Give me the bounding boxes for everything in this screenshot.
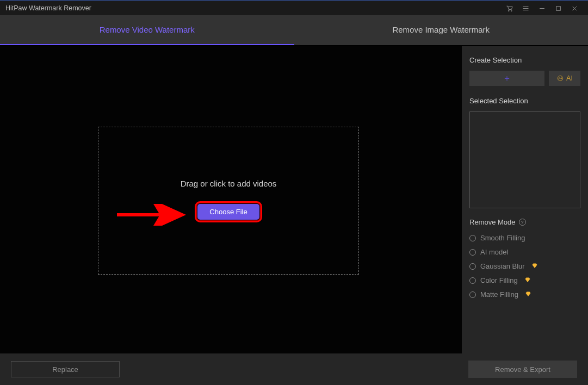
radio-icon	[469, 291, 476, 298]
choose-file-button[interactable]: Choose File	[197, 204, 259, 220]
svg-rect-6	[556, 6, 560, 10]
premium-icon	[524, 277, 531, 284]
mode-gaussian-label: Gaussian Blur	[480, 262, 525, 270]
mode-matte-label: Matte Filling	[480, 290, 518, 299]
mode-smooth[interactable]: Smooth Filling	[469, 234, 580, 242]
titlebar: HitPaw Watermark Remover	[0, 0, 588, 15]
close-icon[interactable]	[566, 1, 583, 16]
content-area: Drag or click to add videos Choose File	[0, 46, 462, 353]
dropzone[interactable]: Drag or click to add videos Choose File	[98, 127, 359, 275]
selection-preview	[469, 111, 580, 208]
dropzone-text: Drag or click to add videos	[181, 179, 277, 188]
add-selection-button[interactable]: ＋	[469, 71, 544, 86]
radio-icon	[469, 277, 476, 284]
tab-image[interactable]: Remove Image Watermark	[294, 15, 589, 45]
ai-selection-button[interactable]: AI	[549, 71, 580, 86]
radio-icon	[469, 235, 476, 241]
replace-button[interactable]: Replace	[11, 361, 120, 377]
mode-matte[interactable]: Matte Filling	[469, 290, 580, 299]
mode-color[interactable]: Color Filling	[469, 276, 580, 284]
svg-point-0	[508, 10, 509, 11]
premium-icon	[525, 291, 531, 299]
maximize-icon[interactable]	[550, 1, 566, 16]
main-area: Drag or click to add videos Choose File …	[0, 46, 588, 353]
export-button[interactable]: Remove & Export	[468, 361, 577, 378]
menu-icon[interactable]	[517, 1, 534, 16]
ai-label: AI	[566, 74, 573, 82]
bottombar: Replace Remove & Export	[0, 353, 588, 385]
selected-selection-label: Selected Selection	[469, 97, 580, 105]
mode-color-label: Color Filling	[480, 276, 518, 284]
mode-list: Smooth Filling AI model Gaussian Blur Co…	[469, 234, 580, 299]
create-selection-label: Create Selection	[469, 56, 580, 64]
plus-icon: ＋	[503, 73, 511, 84]
radio-icon	[469, 249, 476, 256]
help-icon[interactable]: ?	[519, 219, 526, 226]
radio-icon	[469, 263, 476, 270]
premium-icon	[531, 263, 538, 270]
mode-ai-label: AI model	[480, 248, 508, 256]
tab-video-label: Remove Video Watermark	[100, 25, 195, 34]
tab-video[interactable]: Remove Video Watermark	[0, 15, 294, 45]
remove-mode-label: Remove Mode	[469, 218, 516, 226]
side-panel: Create Selection ＋ AI Selected Selection…	[462, 46, 588, 353]
mode-gaussian[interactable]: Gaussian Blur	[469, 262, 580, 270]
choose-file-highlight: Choose File	[195, 201, 262, 222]
svg-point-1	[511, 10, 512, 11]
cart-icon[interactable]	[501, 1, 517, 16]
tab-image-label: Remove Image Watermark	[392, 25, 490, 34]
app-title: HitPaw Watermark Remover	[5, 4, 91, 12]
tabbar: Remove Video Watermark Remove Image Wate…	[0, 15, 588, 45]
mode-smooth-label: Smooth Filling	[480, 234, 525, 242]
minimize-icon[interactable]	[534, 1, 550, 16]
mode-ai[interactable]: AI model	[469, 248, 580, 256]
